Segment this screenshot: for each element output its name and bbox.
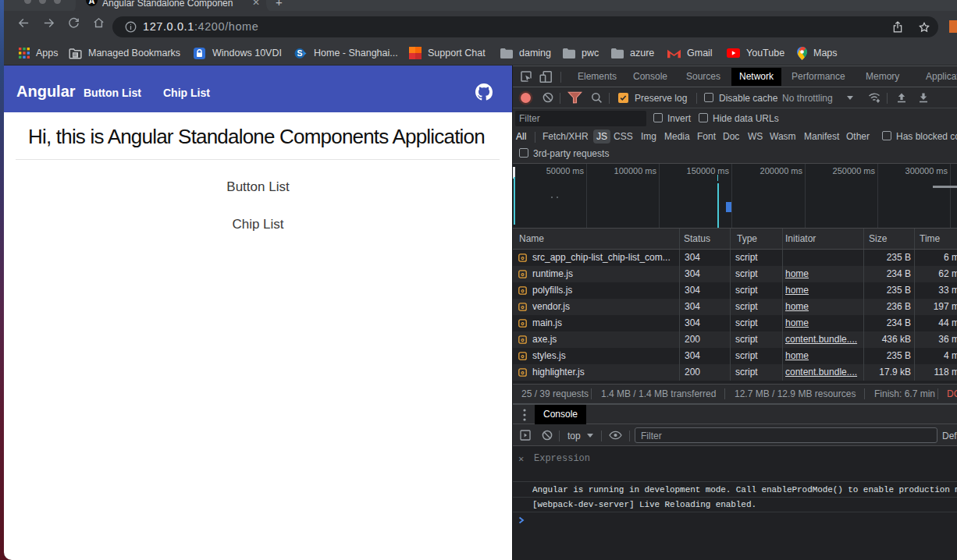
svg-text:S: S [297, 48, 302, 58]
